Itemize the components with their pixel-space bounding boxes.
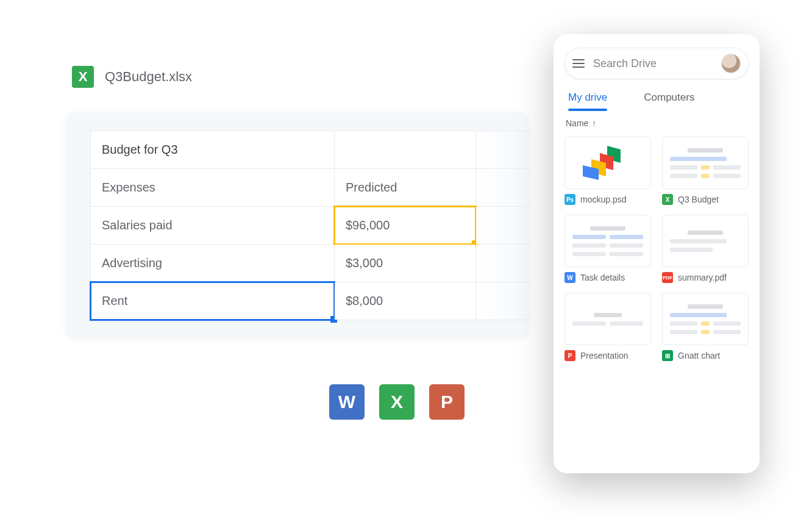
file-item-summary[interactable]: PDF summary.pdf bbox=[662, 215, 749, 283]
file-thumbnail bbox=[662, 215, 749, 267]
word-mini-icon: W bbox=[564, 272, 575, 283]
file-name: Q3Budget.xlsx bbox=[105, 69, 192, 85]
table-row: Advertising $3,000 bbox=[91, 245, 530, 282]
cell-b4[interactable]: $3,000 bbox=[335, 245, 476, 282]
cell-b2[interactable]: Predicted bbox=[335, 169, 476, 207]
search-bar[interactable]: Search Drive bbox=[564, 48, 749, 79]
cell-b3[interactable]: $96,000 bbox=[335, 207, 476, 245]
cell-c2[interactable] bbox=[476, 169, 530, 207]
spreadsheet-card: Budget for Q3 Expenses Predicted Salarie… bbox=[66, 112, 529, 339]
file-item-taskdetails[interactable]: W Task details bbox=[564, 215, 651, 283]
excel-mini-icon: X bbox=[662, 194, 673, 205]
sort-control[interactable]: Name ↑ bbox=[566, 118, 747, 128]
excel-icon: X bbox=[72, 66, 94, 88]
table-row: Budget for Q3 bbox=[91, 131, 530, 169]
search-placeholder[interactable]: Search Drive bbox=[593, 57, 713, 70]
cell-c4[interactable] bbox=[476, 245, 530, 282]
sort-label: Name bbox=[566, 118, 588, 128]
arrow-up-icon: ↑ bbox=[592, 118, 596, 128]
file-thumbnail bbox=[564, 215, 651, 267]
file-item-gantt[interactable]: ⊞ Gnatt chart bbox=[662, 293, 749, 361]
file-item-mockup[interactable]: Ps mockup.psd bbox=[564, 137, 651, 205]
file-item-q3budget[interactable]: X Q3 Budget bbox=[662, 137, 749, 205]
file-item-presentation[interactable]: P Presentation bbox=[564, 293, 651, 361]
file-thumbnail bbox=[564, 293, 651, 345]
table-row: Rent $8,000 bbox=[91, 282, 530, 320]
office-icon-row: W X P bbox=[329, 384, 465, 420]
file-label: Presentation bbox=[580, 351, 629, 360]
tab-my-drive[interactable]: My drive bbox=[568, 91, 607, 110]
cell-a5[interactable]: Rent bbox=[91, 282, 335, 320]
file-label: Task details bbox=[580, 273, 625, 282]
file-label: mockup.psd bbox=[580, 195, 626, 204]
cell-c1[interactable] bbox=[476, 131, 530, 169]
file-thumbnail bbox=[564, 137, 651, 189]
cell-c3[interactable] bbox=[476, 207, 530, 245]
powerpoint-icon: P bbox=[429, 384, 465, 420]
file-thumbnail bbox=[662, 293, 749, 345]
cell-a2[interactable]: Expenses bbox=[91, 169, 335, 207]
file-label: Gnatt chart bbox=[678, 351, 720, 360]
table-row: Expenses Predicted bbox=[91, 169, 530, 207]
drive-tabs: My drive Computers bbox=[568, 91, 745, 110]
drive-panel: Search Drive My drive Computers Name ↑ bbox=[554, 34, 760, 473]
cell-c5[interactable] bbox=[476, 282, 530, 320]
file-label: summary.pdf bbox=[678, 273, 727, 282]
cell-a1[interactable]: Budget for Q3 bbox=[91, 131, 335, 169]
excel-icon-large: X bbox=[379, 384, 415, 420]
cell-b5[interactable]: $8,000 bbox=[335, 282, 476, 320]
photoshop-icon: Ps bbox=[564, 194, 575, 205]
menu-icon[interactable] bbox=[572, 59, 585, 68]
cell-a5-value: Rent bbox=[102, 294, 127, 307]
sheets-icon: ⊞ bbox=[662, 350, 673, 361]
file-grid: Ps mockup.psd X Q3 Budget bbox=[564, 137, 749, 361]
avatar[interactable] bbox=[721, 54, 741, 73]
powerpoint-mini-icon: P bbox=[564, 350, 575, 361]
cell-b3-value: $96,000 bbox=[346, 218, 390, 232]
table-row: Salaries paid $96,000 bbox=[91, 207, 530, 245]
file-thumbnail bbox=[662, 137, 749, 189]
pdf-icon: PDF bbox=[662, 272, 673, 283]
file-header: X Q3Budget.xlsx bbox=[72, 66, 529, 88]
cell-a4[interactable]: Advertising bbox=[91, 245, 335, 282]
spreadsheet-table[interactable]: Budget for Q3 Expenses Predicted Salarie… bbox=[90, 131, 529, 320]
file-label: Q3 Budget bbox=[678, 195, 719, 204]
word-icon: W bbox=[329, 384, 365, 420]
cell-a3[interactable]: Salaries paid bbox=[91, 207, 335, 245]
spreadsheet-area: X Q3Budget.xlsx Budget for Q3 Expenses P… bbox=[66, 66, 529, 339]
cell-b1[interactable] bbox=[335, 131, 476, 169]
tab-computers[interactable]: Computers bbox=[644, 91, 694, 110]
